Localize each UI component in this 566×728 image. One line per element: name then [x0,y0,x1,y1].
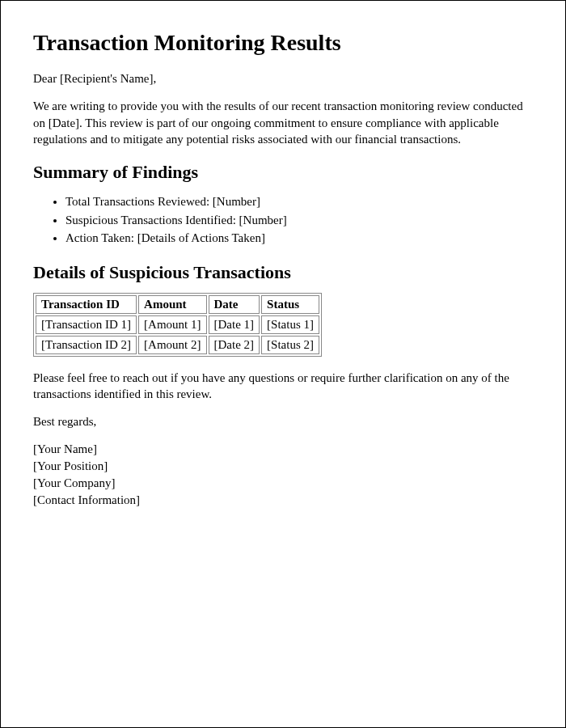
table-header: Transaction ID [36,295,137,314]
transactions-table: Transaction ID Amount Date Status [Trans… [33,293,322,357]
table-row: [Transaction ID 1] [Amount 1] [Date 1] [… [36,315,319,334]
closing-paragraph: Please feel free to reach out if you hav… [33,370,533,403]
table-cell: [Transaction ID 1] [36,315,137,334]
intro-paragraph: We are writing to provide you with the r… [33,98,533,147]
list-item: Action Taken: [Details of Actions Taken] [65,229,533,248]
table-header: Amount [138,295,206,314]
details-heading: Details of Suspicious Transactions [33,262,533,283]
table-cell: [Status 1] [261,315,319,334]
table-header-row: Transaction ID Amount Date Status [36,295,319,314]
table-cell: [Transaction ID 2] [36,336,137,354]
table-header: Status [261,295,319,314]
page-title: Transaction Monitoring Results [33,30,533,56]
table-cell: [Status 2] [261,336,319,354]
signoff: Best regards, [33,413,533,430]
signature-name: [Your Name] [33,441,533,458]
table-header: Date [209,295,260,314]
summary-heading: Summary of Findings [33,162,533,183]
list-item: Suspicious Transactions Identified: [Num… [65,211,533,230]
table-cell: [Amount 2] [138,336,206,354]
table-cell: [Date 1] [209,315,260,334]
table-row: [Transaction ID 2] [Amount 2] [Date 2] [… [36,336,319,354]
summary-list: Total Transactions Reviewed: [Number] Su… [33,193,533,248]
greeting-line: Dear [Recipient's Name], [33,70,533,87]
signature-position: [Your Position] [33,458,533,475]
signature-company: [Your Company] [33,475,533,492]
list-item: Total Transactions Reviewed: [Number] [65,193,533,211]
table-cell: [Date 2] [209,336,260,354]
signature-block: [Your Name] [Your Position] [Your Compan… [33,441,533,509]
document-page: Transaction Monitoring Results Dear [Rec… [0,0,566,728]
table-cell: [Amount 1] [138,315,206,334]
signature-contact: [Contact Information] [33,492,533,509]
